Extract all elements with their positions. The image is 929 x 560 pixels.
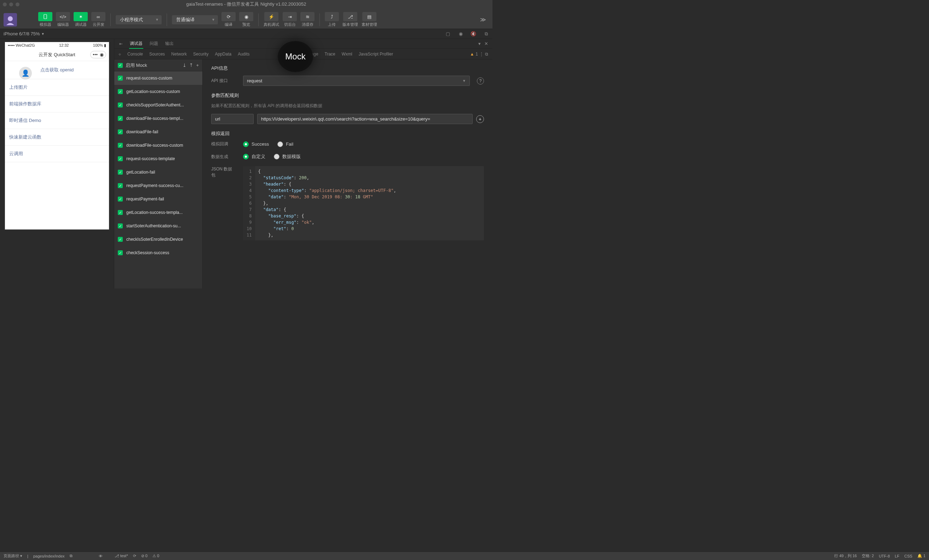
tab-appdata[interactable]: AppData bbox=[215, 52, 231, 57]
divider bbox=[110, 14, 111, 26]
compile-button[interactable]: ⟳ 编译 bbox=[221, 12, 236, 27]
tab-trace[interactable]: Trace bbox=[325, 52, 336, 57]
phone-row[interactable]: 上传图片 bbox=[5, 79, 109, 96]
mock-return-heading: 模拟返回 bbox=[211, 130, 484, 137]
compile-select[interactable]: 普通编译▼ bbox=[172, 15, 218, 24]
remote-debug-button[interactable]: ⚡ 真机调试 bbox=[264, 12, 279, 27]
api-select[interactable]: request▼ bbox=[243, 76, 470, 86]
radio-template[interactable]: 数据模版 bbox=[274, 153, 301, 160]
mute-icon[interactable]: 🔇 bbox=[471, 31, 476, 37]
main-area: ••••• WeChat2G 12:32 100% ▮ 云开发 QuickSta… bbox=[0, 39, 492, 289]
mock-item[interactable]: ✓downloadFile-success-templ... bbox=[114, 112, 202, 125]
editor-button[interactable]: </> 编辑器 bbox=[56, 12, 70, 27]
mock-item[interactable]: ✓getLocation-fail bbox=[114, 165, 202, 179]
divider bbox=[167, 14, 167, 26]
switch-bg-button[interactable]: ⇥ 切后台 bbox=[283, 12, 297, 27]
debugger-body: ✓ 启用 Mock ⤓ ⤒ + ✓request-success-custom … bbox=[114, 60, 492, 289]
menu-icon[interactable]: ⋮ bbox=[479, 52, 484, 57]
phone-row[interactable]: 快速新建云函数 bbox=[5, 129, 109, 146]
user-avatar[interactable] bbox=[3, 13, 17, 26]
mock-highlight-bubble: Mock bbox=[278, 41, 313, 72]
api-info-heading: API信息 bbox=[211, 65, 484, 72]
capsule-button[interactable]: •••◉ bbox=[90, 51, 106, 58]
json-editor[interactable]: 1234567891011 { "statusCode": 200, "head… bbox=[243, 166, 484, 240]
divider bbox=[319, 14, 320, 26]
api-interface-label: API 接口 bbox=[211, 78, 236, 84]
clear-cache-button[interactable]: ≋ 清缓存 bbox=[300, 12, 314, 27]
phone-row[interactable]: 前端操作数据库 bbox=[5, 96, 109, 112]
check-icon[interactable]: ✓ bbox=[118, 63, 123, 68]
mock-item[interactable]: ✓startSoterAuthentication-su... bbox=[114, 219, 202, 233]
preview-button[interactable]: ◉ 预览 bbox=[239, 12, 253, 27]
help-icon[interactable]: ? bbox=[477, 77, 484, 84]
mock-item[interactable]: ✓getLocation-success-templa... bbox=[114, 206, 202, 219]
mock-item[interactable]: ✓request-success-custom bbox=[114, 72, 202, 85]
enable-mock-label: 启用 Mock bbox=[126, 62, 147, 69]
mock-item[interactable]: ✓checkIsSupportSoterAuthent... bbox=[114, 98, 202, 112]
export-icon[interactable]: ⤒ bbox=[189, 63, 193, 68]
tab-issues[interactable]: 问题 bbox=[149, 41, 159, 47]
tab-sources[interactable]: Sources bbox=[149, 52, 165, 57]
record-icon[interactable]: ◉ bbox=[458, 31, 463, 37]
tab-output[interactable]: 输出 bbox=[164, 41, 175, 47]
asset-mgmt-button[interactable]: ▤ 素材管理 bbox=[362, 12, 377, 27]
param-rules-hint: 如果不配置匹配规则，所有该 API 的调用都会返回模拟数据 bbox=[211, 103, 484, 109]
popout-icon[interactable]: ⧉ bbox=[483, 31, 489, 37]
debugger-button[interactable]: ✶ 调试器 bbox=[74, 12, 88, 27]
main-toolbar: 模拟器 </> 编辑器 ✶ 调试器 ∞ 云开发 小程序模式▼ 普通编译▼ ⟳ 编… bbox=[0, 9, 492, 29]
cloud-dev-button[interactable]: ∞ 云开发 bbox=[91, 12, 106, 27]
tab-jsprofiler[interactable]: JavaScript Profiler bbox=[359, 52, 393, 57]
mock-sidebar: ✓ 启用 Mock ⤓ ⤒ + ✓request-success-custom … bbox=[114, 60, 203, 289]
data-gen-label: 数据生成 bbox=[211, 154, 236, 160]
phone-statusbar: ••••• WeChat2G 12:32 100% ▮ bbox=[5, 42, 109, 49]
radio-fail[interactable]: Fail bbox=[277, 141, 293, 147]
warning-caret-icon[interactable]: ▾ bbox=[478, 41, 481, 46]
debugger-panel: ⇤ 调试器 问题 输出 ▾ ✕ ⟐ Console Sources Networ… bbox=[114, 39, 492, 289]
device-bar: iPhone 6/7/8 75%▼ ▢ ◉ 🔇 ⧉ bbox=[0, 29, 492, 39]
tab-console[interactable]: Console bbox=[127, 52, 143, 57]
radio-custom[interactable]: 自定义 bbox=[243, 153, 265, 160]
warning-icon[interactable]: ▲ bbox=[470, 52, 474, 57]
tab-network[interactable]: Network bbox=[171, 52, 187, 57]
phone-user-row[interactable]: 👤 点击获取 openid bbox=[5, 61, 109, 79]
window-title: gaiaTest-renames - 微信开发者工具 Nightly v1.02… bbox=[0, 1, 492, 8]
add-icon[interactable]: + bbox=[196, 63, 199, 68]
import-icon[interactable]: ⤓ bbox=[182, 63, 186, 68]
tab-security[interactable]: Security bbox=[193, 52, 208, 57]
divider bbox=[258, 14, 259, 26]
upload-button[interactable]: ⤴ 上传 bbox=[325, 12, 339, 27]
mock-item[interactable]: ✓checkSession-success bbox=[114, 246, 202, 260]
tab-wxml[interactable]: Wxml bbox=[342, 52, 353, 57]
mock-header: ✓ 启用 Mock ⤓ ⤒ + bbox=[114, 60, 202, 72]
mock-item[interactable]: ✓getLocation-success-custom bbox=[114, 85, 202, 98]
param-val-input[interactable]: https:\/\/developers\.weixin\.qq\.com\/s… bbox=[257, 114, 473, 124]
param-key-input[interactable]: url bbox=[211, 114, 254, 124]
mock-item[interactable]: ✓requestPayment-fail bbox=[114, 192, 202, 206]
simulator-button[interactable]: 模拟器 bbox=[38, 12, 52, 27]
phone-nav-title: 云开发 QuickStart bbox=[38, 52, 75, 58]
mock-item[interactable]: ✓downloadFile-success-custom bbox=[114, 139, 202, 152]
mode-select[interactable]: 小程序模式▼ bbox=[116, 15, 162, 24]
inspect-icon[interactable]: ⟐ bbox=[118, 52, 121, 57]
mock-item[interactable]: ✓request-success-template bbox=[114, 152, 202, 165]
mock-detail: API信息 API 接口 request▼ ? 参数匹配规则 如果不配置匹配规则… bbox=[203, 60, 492, 289]
dock-icon[interactable]: ⧉ bbox=[485, 52, 488, 57]
version-mgmt-button[interactable]: ⎇ 版本管理 bbox=[342, 12, 358, 27]
mock-item[interactable]: ✓downloadFile-fail bbox=[114, 125, 202, 139]
mock-item[interactable]: ✓requestPayment-success-cu... bbox=[114, 179, 202, 192]
phone-row[interactable]: 云调用 bbox=[5, 146, 109, 162]
close-icon[interactable]: ✕ bbox=[484, 41, 488, 46]
add-param-icon[interactable]: + bbox=[476, 115, 484, 123]
device-select[interactable]: iPhone 6/7/8 75%▼ bbox=[3, 31, 44, 37]
more-icon[interactable]: ≫ bbox=[477, 16, 489, 23]
simulator-panel: ••••• WeChat2G 12:32 100% ▮ 云开发 QuickSta… bbox=[0, 39, 114, 289]
phone-row[interactable]: 即时通信 Demo bbox=[5, 112, 109, 129]
tab-debugger[interactable]: 调试器 bbox=[129, 41, 143, 49]
titlebar: gaiaTest-renames - 微信开发者工具 Nightly v1.02… bbox=[0, 0, 492, 9]
tab-collapse-icon[interactable]: ⇤ bbox=[118, 41, 123, 46]
radio-success[interactable]: Success bbox=[243, 141, 269, 147]
phone-frame: ••••• WeChat2G 12:32 100% ▮ 云开发 QuickSta… bbox=[5, 42, 109, 230]
mock-item[interactable]: ✓checkIsSoterEnrolledInDevice bbox=[114, 233, 202, 246]
rotate-icon[interactable]: ▢ bbox=[445, 31, 451, 37]
tab-audits[interactable]: Audits bbox=[238, 52, 250, 57]
